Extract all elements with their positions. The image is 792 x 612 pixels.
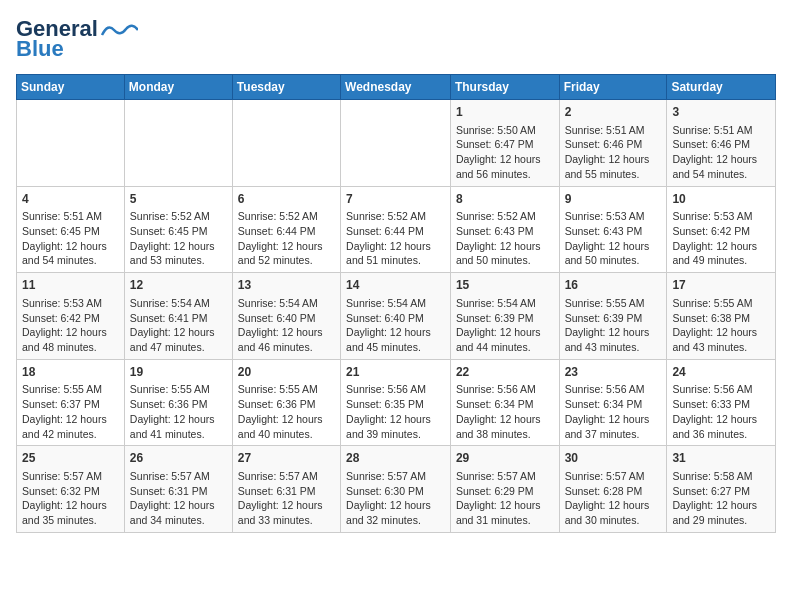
cell-content: and 43 minutes. (565, 340, 662, 355)
cell-content: Sunrise: 5:51 AM (22, 209, 119, 224)
cell-content: and 41 minutes. (130, 427, 227, 442)
cell-content: and 39 minutes. (346, 427, 445, 442)
cell-content: Sunset: 6:46 PM (672, 137, 770, 152)
cell-content: and 56 minutes. (456, 167, 554, 182)
cell-content: Sunrise: 5:52 AM (456, 209, 554, 224)
calendar-cell: 10Sunrise: 5:53 AMSunset: 6:42 PMDayligh… (667, 186, 776, 273)
cell-content: Sunrise: 5:55 AM (565, 296, 662, 311)
cell-content: Daylight: 12 hours (346, 239, 445, 254)
cell-content: Daylight: 12 hours (238, 325, 335, 340)
cell-content: Sunrise: 5:57 AM (22, 469, 119, 484)
logo: General Blue (16, 16, 138, 62)
calendar-cell: 6Sunrise: 5:52 AMSunset: 6:44 PMDaylight… (232, 186, 340, 273)
calendar-cell: 19Sunrise: 5:55 AMSunset: 6:36 PMDayligh… (124, 359, 232, 446)
day-number: 18 (22, 364, 119, 381)
cell-content: Sunset: 6:30 PM (346, 484, 445, 499)
cell-content: Sunrise: 5:57 AM (238, 469, 335, 484)
cell-content: Sunset: 6:33 PM (672, 397, 770, 412)
cell-content: and 43 minutes. (672, 340, 770, 355)
cell-content: Sunset: 6:44 PM (238, 224, 335, 239)
calendar-cell: 21Sunrise: 5:56 AMSunset: 6:35 PMDayligh… (341, 359, 451, 446)
day-number: 4 (22, 191, 119, 208)
calendar-cell: 8Sunrise: 5:52 AMSunset: 6:43 PMDaylight… (450, 186, 559, 273)
cell-content: Daylight: 12 hours (565, 239, 662, 254)
calendar-week-row: 11Sunrise: 5:53 AMSunset: 6:42 PMDayligh… (17, 273, 776, 360)
cell-content: Sunset: 6:35 PM (346, 397, 445, 412)
cell-content: Daylight: 12 hours (672, 152, 770, 167)
calendar-cell: 9Sunrise: 5:53 AMSunset: 6:43 PMDaylight… (559, 186, 667, 273)
logo-blue: Blue (16, 36, 64, 62)
cell-content: Sunrise: 5:58 AM (672, 469, 770, 484)
cell-content: Daylight: 12 hours (456, 152, 554, 167)
cell-content: Sunrise: 5:54 AM (238, 296, 335, 311)
cell-content: Sunset: 6:47 PM (456, 137, 554, 152)
cell-content: Sunrise: 5:52 AM (238, 209, 335, 224)
cell-content: Sunrise: 5:55 AM (672, 296, 770, 311)
cell-content: Daylight: 12 hours (346, 412, 445, 427)
cell-content: Daylight: 12 hours (130, 325, 227, 340)
cell-content: and 50 minutes. (456, 253, 554, 268)
calendar-cell: 7Sunrise: 5:52 AMSunset: 6:44 PMDaylight… (341, 186, 451, 273)
cell-content: Sunrise: 5:52 AM (130, 209, 227, 224)
logo-wave-icon (100, 21, 138, 39)
cell-content: and 47 minutes. (130, 340, 227, 355)
calendar-cell: 2Sunrise: 5:51 AMSunset: 6:46 PMDaylight… (559, 100, 667, 187)
cell-content: and 30 minutes. (565, 513, 662, 528)
cell-content: Daylight: 12 hours (456, 498, 554, 513)
cell-content: Sunrise: 5:53 AM (672, 209, 770, 224)
header-wednesday: Wednesday (341, 75, 451, 100)
cell-content: and 40 minutes. (238, 427, 335, 442)
cell-content: Sunset: 6:42 PM (22, 311, 119, 326)
cell-content: and 29 minutes. (672, 513, 770, 528)
day-number: 11 (22, 277, 119, 294)
cell-content: Sunset: 6:46 PM (565, 137, 662, 152)
cell-content: Sunset: 6:44 PM (346, 224, 445, 239)
cell-content: and 38 minutes. (456, 427, 554, 442)
day-number: 5 (130, 191, 227, 208)
cell-content: Sunset: 6:38 PM (672, 311, 770, 326)
cell-content: Daylight: 12 hours (565, 498, 662, 513)
day-number: 23 (565, 364, 662, 381)
cell-content: Sunrise: 5:55 AM (22, 382, 119, 397)
cell-content: Sunset: 6:41 PM (130, 311, 227, 326)
day-number: 20 (238, 364, 335, 381)
cell-content: Sunset: 6:42 PM (672, 224, 770, 239)
cell-content: and 54 minutes. (672, 167, 770, 182)
cell-content: Daylight: 12 hours (22, 325, 119, 340)
calendar-cell (232, 100, 340, 187)
calendar-cell: 4Sunrise: 5:51 AMSunset: 6:45 PMDaylight… (17, 186, 125, 273)
cell-content: Sunset: 6:28 PM (565, 484, 662, 499)
day-number: 30 (565, 450, 662, 467)
cell-content: and 42 minutes. (22, 427, 119, 442)
cell-content: and 50 minutes. (565, 253, 662, 268)
cell-content: Daylight: 12 hours (22, 412, 119, 427)
calendar-cell: 3Sunrise: 5:51 AMSunset: 6:46 PMDaylight… (667, 100, 776, 187)
day-number: 28 (346, 450, 445, 467)
cell-content: Daylight: 12 hours (130, 239, 227, 254)
cell-content: Sunset: 6:27 PM (672, 484, 770, 499)
calendar-cell: 17Sunrise: 5:55 AMSunset: 6:38 PMDayligh… (667, 273, 776, 360)
calendar-week-row: 4Sunrise: 5:51 AMSunset: 6:45 PMDaylight… (17, 186, 776, 273)
day-number: 19 (130, 364, 227, 381)
cell-content: Sunset: 6:39 PM (565, 311, 662, 326)
cell-content: Sunrise: 5:51 AM (565, 123, 662, 138)
cell-content: Daylight: 12 hours (22, 239, 119, 254)
cell-content: Daylight: 12 hours (672, 325, 770, 340)
cell-content: and 51 minutes. (346, 253, 445, 268)
calendar-cell (124, 100, 232, 187)
day-number: 26 (130, 450, 227, 467)
cell-content: Sunset: 6:36 PM (130, 397, 227, 412)
calendar-cell: 20Sunrise: 5:55 AMSunset: 6:36 PMDayligh… (232, 359, 340, 446)
cell-content: Sunrise: 5:55 AM (130, 382, 227, 397)
cell-content: Sunrise: 5:57 AM (130, 469, 227, 484)
calendar-cell: 23Sunrise: 5:56 AMSunset: 6:34 PMDayligh… (559, 359, 667, 446)
cell-content: Sunset: 6:36 PM (238, 397, 335, 412)
day-number: 10 (672, 191, 770, 208)
cell-content: Sunrise: 5:53 AM (565, 209, 662, 224)
cell-content: Daylight: 12 hours (346, 498, 445, 513)
header-friday: Friday (559, 75, 667, 100)
cell-content: Daylight: 12 hours (565, 412, 662, 427)
calendar-cell: 14Sunrise: 5:54 AMSunset: 6:40 PMDayligh… (341, 273, 451, 360)
calendar-week-row: 18Sunrise: 5:55 AMSunset: 6:37 PMDayligh… (17, 359, 776, 446)
cell-content: Sunrise: 5:50 AM (456, 123, 554, 138)
